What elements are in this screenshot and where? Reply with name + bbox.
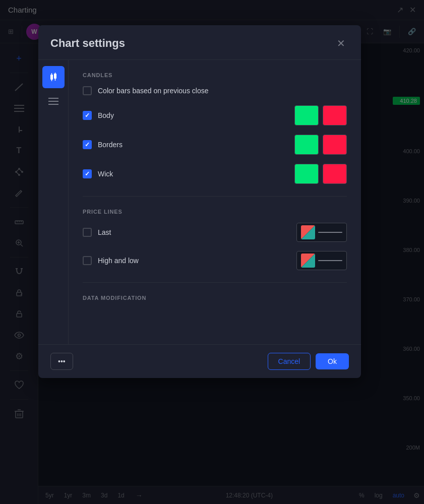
wick-color-down[interactable] bbox=[323, 164, 347, 184]
body-label: Body bbox=[98, 111, 138, 119]
body-checkbox[interactable] bbox=[83, 111, 92, 120]
modal-body: CANDLES Color bars based on previous clo… bbox=[38, 60, 361, 344]
modal-close-button[interactable]: ✕ bbox=[333, 35, 349, 51]
cancel-button[interactable]: Cancel bbox=[268, 353, 311, 370]
borders-label: Borders bbox=[98, 141, 138, 149]
body-color-down[interactable] bbox=[323, 105, 347, 125]
price-lines-section-label: PRICE LINES bbox=[83, 209, 347, 215]
modal-content: CANDLES Color bars based on previous clo… bbox=[69, 60, 361, 344]
modal-overlay: Chart settings ✕ bbox=[0, 0, 424, 504]
high-low-checkbox[interactable] bbox=[83, 256, 92, 265]
high-low-color-swatch[interactable] bbox=[296, 251, 347, 270]
wick-label: Wick bbox=[98, 170, 138, 178]
nav-lines-icon[interactable] bbox=[42, 90, 65, 112]
color-bars-label: Color bars based on previous close bbox=[98, 87, 208, 95]
high-low-label: High and low bbox=[98, 257, 139, 265]
nav-candles-icon[interactable] bbox=[42, 66, 65, 88]
wick-color-up[interactable] bbox=[294, 164, 319, 184]
svg-rect-34 bbox=[50, 75, 53, 80]
svg-rect-37 bbox=[54, 74, 56, 79]
modal-footer: ••• Cancel Ok bbox=[38, 344, 361, 378]
last-label: Last bbox=[98, 228, 138, 236]
wick-row: Wick bbox=[83, 164, 347, 184]
last-dash bbox=[318, 232, 342, 233]
body-row: Body bbox=[83, 105, 347, 125]
more-label: ••• bbox=[58, 357, 66, 365]
candles-section-label: CANDLES bbox=[83, 72, 347, 78]
borders-checkbox[interactable] bbox=[83, 140, 92, 149]
section-divider-2 bbox=[83, 282, 347, 283]
modal-header: Chart settings ✕ bbox=[38, 25, 361, 60]
last-row: Last bbox=[83, 223, 347, 242]
chart-settings-modal: Chart settings ✕ bbox=[38, 25, 361, 378]
more-button[interactable]: ••• bbox=[50, 353, 73, 370]
color-bars-checkbox[interactable] bbox=[83, 86, 92, 95]
high-low-color-box bbox=[301, 254, 315, 268]
modal-nav bbox=[38, 60, 69, 344]
body-color-up[interactable] bbox=[294, 105, 319, 125]
color-bars-row: Color bars based on previous close bbox=[83, 86, 347, 95]
last-color-swatch[interactable] bbox=[296, 223, 347, 242]
ok-button[interactable]: Ok bbox=[316, 353, 349, 369]
high-low-dash bbox=[318, 260, 342, 261]
high-low-row: High and low bbox=[83, 251, 347, 270]
last-color-box bbox=[301, 225, 315, 239]
last-checkbox[interactable] bbox=[83, 228, 92, 237]
borders-color-up[interactable] bbox=[294, 135, 319, 155]
section-divider-1 bbox=[83, 196, 347, 197]
wick-checkbox[interactable] bbox=[83, 169, 92, 178]
modal-title: Chart settings bbox=[50, 37, 125, 50]
data-mod-section-label: DATA MODIFICATION bbox=[83, 295, 347, 301]
borders-row: Borders bbox=[83, 135, 347, 155]
borders-color-down[interactable] bbox=[323, 135, 347, 155]
